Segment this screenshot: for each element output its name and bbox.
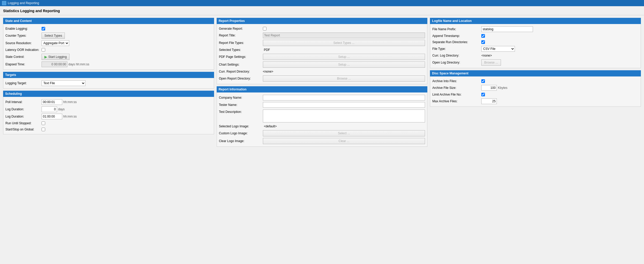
open-report-dir-button[interactable]: Browse ... [263, 75, 425, 82]
select-types-button[interactable]: Select Types [42, 33, 65, 39]
append-timestamp-label: Append Timestamp: [432, 34, 481, 38]
state-and-content-panel: State and Content Enable Logging: Counte… [3, 18, 214, 70]
scheduling-panel: Scheduling Poll Interval: hh:mm:ss Log D… [3, 91, 214, 134]
source-resolution-select[interactable]: Aggregate Port [42, 40, 69, 46]
selected-types-row: Selected Types: PDF [219, 47, 425, 53]
report-properties-body: Generate Report: Report Title: Report Fi… [217, 24, 428, 84]
run-until-stopped-checkbox[interactable] [42, 121, 45, 125]
elapsed-time-input[interactable] [42, 61, 67, 67]
limit-archive-file-checkbox[interactable] [481, 93, 485, 96]
archive-file-size-input[interactable] [481, 85, 497, 91]
append-timestamp-checkbox[interactable] [481, 34, 485, 38]
targets-header: Targets [3, 72, 214, 78]
file-name-prefix-row: File Name Prefix: [432, 26, 639, 33]
disc-space-panel: Disc Space Management Archive Into Files… [430, 70, 641, 107]
report-title-row: Report Title: [219, 32, 425, 39]
curr-log-dir-value: <none> [481, 54, 492, 57]
report-title-input[interactable] [263, 33, 425, 38]
tester-name-row: Tester Name: [219, 101, 425, 108]
logfile-panel: Logfile Name and Location File Name Pref… [430, 18, 641, 68]
archive-file-size-label: Archive File Size: [432, 86, 481, 90]
archive-into-files-label: Archive Into Files: [432, 79, 481, 83]
state-and-content-body: Enable Logging: Counter Types: Select Ty… [3, 24, 214, 70]
enable-logging-row: Enable Logging: [5, 26, 212, 32]
chart-settings-button[interactable]: Setup ... [263, 61, 425, 68]
company-name-row: Company Name: [219, 94, 425, 101]
clear-logo-button[interactable]: Clear ... [263, 138, 425, 144]
run-until-stopped-row: Run Until Stopped: [5, 120, 212, 126]
open-log-dir-button[interactable]: Browse ... [481, 59, 501, 66]
scheduling-header: Scheduling [3, 91, 214, 97]
log-duration-days-input[interactable] [42, 106, 57, 112]
archive-into-files-row: Archive Into Files: [432, 78, 639, 84]
tester-name-input[interactable] [263, 102, 425, 108]
curr-report-dir-row: Curr. Report Directory: <none> [219, 68, 425, 75]
logging-target-label: Logging Target: [5, 81, 42, 85]
archive-file-size-row: Archive File Size: Kbytes [432, 84, 639, 91]
open-report-dir-label: Open Report Directory: [219, 77, 263, 80]
file-type-select[interactable]: CSV File [481, 46, 515, 52]
curr-log-dir-row: Curr. Log Directory: <none> [432, 52, 639, 59]
report-file-types-button[interactable]: Select Types ... [263, 40, 425, 46]
app-icon [2, 1, 6, 5]
logging-target-row: Logging Target: Text File [5, 80, 212, 87]
open-log-dir-row: Open Log Directory: Browse ... [432, 59, 639, 66]
tester-name-label: Tester Name: [219, 103, 263, 107]
disc-space-body: Archive Into Files: Archive File Size: K… [430, 76, 641, 107]
logging-target-select[interactable]: Text File [42, 80, 85, 86]
test-description-row: Test Description: [219, 108, 425, 123]
pdf-page-settings-button[interactable]: Setup ... [263, 54, 425, 60]
report-information-panel: Report Information Company Name: Tester … [217, 86, 428, 147]
page-title: Statistics Logging and Reporting [0, 6, 644, 15]
log-duration-time-row: Log Duration: hh:mm:ss [5, 113, 212, 120]
poll-interval-input[interactable] [42, 99, 62, 105]
latency-oor-row: Latency OOR Indication: [5, 47, 212, 53]
report-file-types-label: Report File Types: [219, 41, 263, 45]
log-duration-days-row: Log Duration: days [5, 106, 212, 113]
selected-logo-row: Selected Logo Image: <default> [219, 123, 425, 129]
limit-archive-file-label: Limit Archive File No: [432, 93, 481, 96]
file-name-prefix-input[interactable] [481, 26, 533, 32]
company-name-input[interactable] [263, 95, 425, 100]
logfile-body: File Name Prefix: Append Timestamp: Sepa… [430, 24, 641, 68]
company-name-label: Company Name: [219, 96, 263, 99]
generate-report-checkbox[interactable] [263, 27, 266, 30]
report-title-label: Report Title: [219, 34, 263, 37]
run-until-stopped-label: Run Until Stopped: [5, 121, 42, 125]
report-file-types-row: Report File Types: Select Types ... [219, 39, 425, 47]
state-control-row: State Control: ▶ Start Logging [5, 53, 212, 61]
separate-run-dirs-label: Separate Run Directories: [432, 40, 481, 44]
start-stop-global-checkbox[interactable] [42, 128, 45, 131]
log-duration-time-input[interactable] [42, 114, 62, 119]
latency-oor-checkbox[interactable] [42, 48, 45, 52]
max-archive-files-label: Max Archive Files: [432, 99, 481, 103]
selected-types-label: Selected Types: [219, 48, 263, 52]
targets-body: Logging Target: Text File [3, 78, 214, 89]
app-title: Logging and Reporting [8, 1, 39, 5]
report-information-body: Company Name: Tester Name: Test Descript… [217, 92, 428, 147]
counter-types-row: Counter Types: Select Types [5, 32, 212, 40]
chart-settings-label: Chart Settings: [219, 63, 263, 66]
start-logging-button[interactable]: ▶ Start Logging [42, 54, 69, 60]
log-duration-days-label: Log Duration: [5, 107, 42, 111]
archive-file-size-suffix: Kbytes [498, 86, 507, 90]
archive-into-files-checkbox[interactable] [481, 79, 485, 83]
enable-logging-checkbox[interactable] [42, 27, 45, 30]
test-description-textarea[interactable] [263, 110, 425, 122]
separate-run-dirs-checkbox[interactable] [481, 40, 485, 44]
report-information-header: Report Information [217, 86, 428, 92]
chart-settings-row: Chart Settings: Setup ... [219, 61, 425, 68]
poll-interval-row: Poll Interval: hh:mm:ss [5, 98, 212, 106]
elapsed-time-label: Elapsed Time: [5, 63, 42, 66]
report-properties-panel: Report Properties Generate Report: Repor… [217, 18, 428, 84]
scheduling-body: Poll Interval: hh:mm:ss Log Duration: da… [3, 97, 214, 134]
curr-report-dir-label: Curr. Report Directory: [219, 70, 263, 73]
max-archive-files-input[interactable] [481, 98, 497, 104]
custom-logo-button[interactable]: Select ... [263, 130, 425, 136]
left-column: State and Content Enable Logging: Counte… [3, 18, 214, 147]
log-duration-days-suffix: days [58, 107, 65, 111]
targets-panel: Targets Logging Target: Text File [3, 72, 214, 89]
selected-logo-value: <default> [263, 124, 278, 129]
main-content: State and Content Enable Logging: Counte… [0, 15, 644, 149]
selected-types-value: PDF [263, 48, 271, 52]
